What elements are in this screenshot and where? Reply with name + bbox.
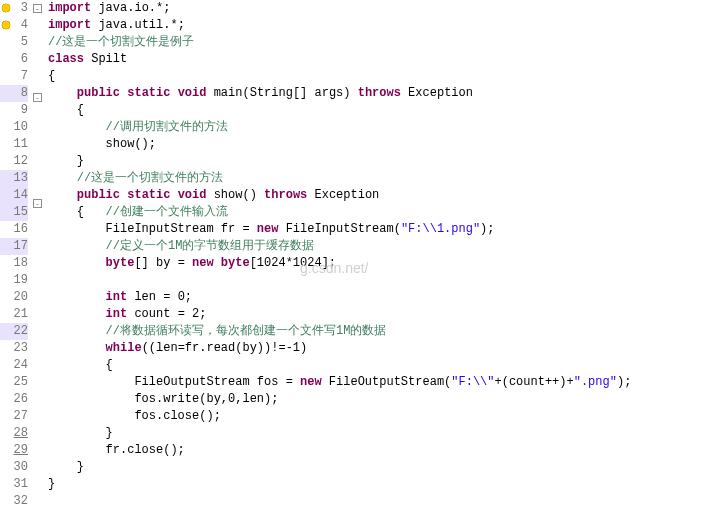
warning-icon bbox=[0, 19, 12, 31]
line-number: 25 bbox=[0, 374, 28, 391]
line-number: 19 bbox=[0, 272, 28, 289]
code-editor[interactable]: 3456789101112131415161718192021222324252… bbox=[0, 0, 714, 513]
fold-toggle-icon[interactable]: - bbox=[33, 93, 42, 102]
line-number-gutter: 3456789101112131415161718192021222324252… bbox=[0, 0, 32, 513]
code-line[interactable]: public static void show() throws Excepti… bbox=[48, 187, 714, 204]
code-line[interactable]: } bbox=[48, 459, 714, 476]
code-line[interactable]: { bbox=[48, 102, 714, 119]
line-number: 24 bbox=[0, 357, 28, 374]
warning-icon bbox=[0, 2, 12, 14]
line-number: 12 bbox=[0, 153, 28, 170]
line-number: 5 bbox=[0, 34, 28, 51]
code-line[interactable]: public static void main(String[] args) t… bbox=[48, 85, 714, 102]
code-line[interactable] bbox=[48, 272, 714, 289]
code-line[interactable]: } bbox=[48, 425, 714, 442]
line-number: 29 bbox=[0, 442, 28, 459]
line-number: 7 bbox=[0, 68, 28, 85]
code-area[interactable]: import java.io.*;import java.util.*;//这是… bbox=[44, 0, 714, 513]
code-line[interactable]: { bbox=[48, 357, 714, 374]
line-number: 27 bbox=[0, 408, 28, 425]
code-line[interactable]: import java.io.*; bbox=[48, 0, 714, 17]
code-line[interactable]: class Spilt bbox=[48, 51, 714, 68]
code-line[interactable]: FileOutputStream fos = new FileOutputStr… bbox=[48, 374, 714, 391]
line-number: 20 bbox=[0, 289, 28, 306]
fold-toggle-icon[interactable]: - bbox=[33, 199, 42, 208]
code-line[interactable]: //将数据循环读写，每次都创建一个文件写1M的数据 bbox=[48, 323, 714, 340]
code-line[interactable]: fos.write(by,0,len); bbox=[48, 391, 714, 408]
line-number: 14 bbox=[0, 187, 28, 204]
code-line[interactable]: fr.close(); bbox=[48, 442, 714, 459]
line-number: 15 bbox=[0, 204, 28, 221]
line-number: 4 bbox=[0, 17, 28, 34]
code-line[interactable]: FileInputStream fr = new FileInputStream… bbox=[48, 221, 714, 238]
code-line[interactable]: //调用切割文件的方法 bbox=[48, 119, 714, 136]
line-number: 18 bbox=[0, 255, 28, 272]
line-number: 26 bbox=[0, 391, 28, 408]
line-number: 17 bbox=[0, 238, 28, 255]
line-number: 28 bbox=[0, 425, 28, 442]
code-line[interactable]: fos.close(); bbox=[48, 408, 714, 425]
code-line[interactable]: import java.util.*; bbox=[48, 17, 714, 34]
code-line[interactable]: { bbox=[48, 68, 714, 85]
code-line[interactable]: //这是一个切割文件是例子 bbox=[48, 34, 714, 51]
code-line[interactable]: byte[] by = new byte[1024*1024]; bbox=[48, 255, 714, 272]
line-number: 8 bbox=[0, 85, 28, 102]
code-line[interactable]: } bbox=[48, 153, 714, 170]
line-number: 10 bbox=[0, 119, 28, 136]
fold-column: --- bbox=[32, 0, 44, 513]
code-line[interactable]: //定义一个1M的字节数组用于缓存数据 bbox=[48, 238, 714, 255]
fold-toggle-icon[interactable]: - bbox=[33, 4, 42, 13]
line-number: 6 bbox=[0, 51, 28, 68]
code-line[interactable]: while((len=fr.read(by))!=-1) bbox=[48, 340, 714, 357]
line-number: 30 bbox=[0, 459, 28, 476]
code-line[interactable]: //这是一个切割文件的方法 bbox=[48, 170, 714, 187]
line-number: 31 bbox=[0, 476, 28, 493]
line-number: 22 bbox=[0, 323, 28, 340]
line-number: 16 bbox=[0, 221, 28, 238]
line-number: 11 bbox=[0, 136, 28, 153]
line-number: 21 bbox=[0, 306, 28, 323]
line-number: 3 bbox=[0, 0, 28, 17]
line-number: 9 bbox=[0, 102, 28, 119]
code-line[interactable]: show(); bbox=[48, 136, 714, 153]
line-number: 13 bbox=[0, 170, 28, 187]
code-line[interactable]: { //创建一个文件输入流 bbox=[48, 204, 714, 221]
code-line[interactable] bbox=[48, 493, 714, 510]
code-line[interactable]: int len = 0; bbox=[48, 289, 714, 306]
line-number: 32 bbox=[0, 493, 28, 510]
code-line[interactable]: } bbox=[48, 476, 714, 493]
line-number: 23 bbox=[0, 340, 28, 357]
code-line[interactable]: int count = 2; bbox=[48, 306, 714, 323]
